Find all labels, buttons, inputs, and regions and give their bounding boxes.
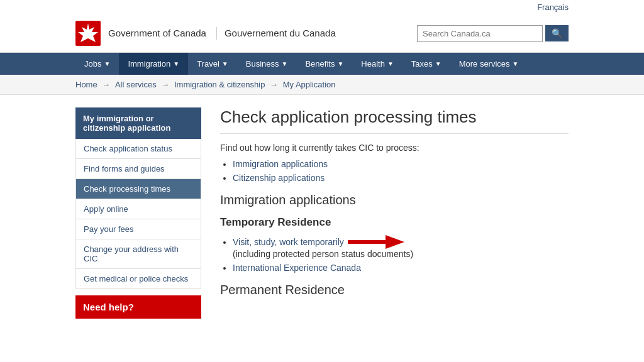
sidebar-link-check-status[interactable]: Check application status (76, 139, 201, 158)
gov-name-en: Government of Canada (108, 27, 206, 40)
annotated-link: Visit, study, work temporarily (233, 235, 404, 249)
breadcrumb-home[interactable]: Home (75, 80, 97, 89)
list-item: International Experience Canada (233, 263, 569, 273)
chevron-down-icon: ▼ (387, 60, 394, 67)
immigration-apps-link[interactable]: Immigration applications (233, 159, 328, 169)
top-bar: Français (0, 0, 644, 14)
sidebar-item-processing[interactable]: Check processing times (75, 179, 201, 199)
nav-item-business[interactable]: Business ▼ (237, 53, 297, 75)
need-help-label: Need help? (83, 302, 134, 312)
sidebar-link-processing[interactable]: Check processing times (76, 179, 201, 199)
list-item: Immigration applications (233, 159, 569, 169)
logo-area: Government of Canada Gouvernement du Can… (75, 21, 336, 46)
section1-title: Immigration applications (220, 193, 569, 207)
sidebar: My immigration or citizenship applicatio… (75, 107, 201, 319)
sidebar-item-medical[interactable]: Get medical or police checks (75, 269, 201, 289)
nav-item-benefits[interactable]: Benefits ▼ (296, 53, 352, 75)
breadcrumb-sep: → (161, 80, 172, 89)
breadcrumb-sep: → (102, 80, 113, 89)
chevron-down-icon: ▼ (104, 60, 110, 67)
sidebar-link-medical[interactable]: Get medical or police checks (76, 269, 201, 288)
sidebar-item-apply[interactable]: Apply online (75, 199, 201, 219)
intro-links-list: Immigration applications Citizenship app… (233, 159, 569, 183)
link-sub-text: (including protected person status docum… (233, 249, 413, 259)
search-input[interactable] (417, 25, 543, 42)
sidebar-link-forms[interactable]: Find forms and guides (76, 159, 201, 178)
svg-rect-2 (348, 240, 386, 244)
sidebar-link-fees[interactable]: Pay your fees (76, 219, 201, 239)
breadcrumb-sep: → (270, 80, 280, 89)
sidebar-link-address[interactable]: Change your address with CIC (76, 239, 201, 268)
sidebar-item-check-status[interactable]: Check application status (75, 139, 201, 159)
sidebar-title: My immigration or citizenship applicatio… (75, 107, 201, 139)
nav-item-jobs[interactable]: Jobs ▼ (75, 53, 119, 75)
chevron-down-icon: ▼ (435, 60, 441, 67)
gov-name-fr: Gouvernement du Canada (214, 27, 336, 40)
sidebar-item-address[interactable]: Change your address with CIC (75, 239, 201, 269)
section1-sub: Temporary Residence (220, 216, 569, 229)
chevron-down-icon: ▼ (282, 60, 288, 67)
section2-title: Permanent Residence (220, 283, 569, 297)
main-nav: Jobs ▼ Immigration ▼ Travel ▼ Business ▼… (0, 53, 644, 75)
search-area: 🔍 (417, 25, 569, 42)
need-help-banner: Need help? (75, 295, 201, 319)
sidebar-link-apply[interactable]: Apply online (76, 199, 201, 219)
french-link[interactable]: Français (537, 3, 569, 12)
chevron-down-icon: ▼ (337, 60, 343, 67)
sidebar-item-fees[interactable]: Pay your fees (75, 219, 201, 239)
page-title: Check application processing times (220, 107, 569, 134)
visit-study-work-link[interactable]: Visit, study, work temporarily (233, 237, 344, 247)
breadcrumb-my-application[interactable]: My Application (283, 80, 336, 89)
maple-leaf-icon (75, 21, 101, 46)
breadcrumb: Home → All services → Immigration & citi… (0, 75, 644, 95)
nav-item-more-services[interactable]: More services ▼ (450, 53, 528, 75)
citizenship-apps-link[interactable]: Citizenship applications (233, 173, 325, 183)
nav-item-health[interactable]: Health ▼ (352, 53, 402, 75)
nav-item-immigration[interactable]: Immigration ▼ (119, 53, 188, 75)
temp-residence-list: Visit, study, work temporarily (includin… (233, 235, 569, 273)
content-wrapper: My immigration or citizenship applicatio… (0, 95, 644, 331)
search-button[interactable]: 🔍 (545, 25, 569, 41)
chevron-down-icon: ▼ (513, 60, 519, 67)
arrow-annotation-icon (348, 235, 404, 249)
main-content: Check application processing times Find … (220, 107, 569, 319)
breadcrumb-immigration[interactable]: Immigration & citizenship (174, 80, 265, 89)
international-experience-link[interactable]: International Experience Canada (233, 263, 361, 273)
list-item: Visit, study, work temporarily (includin… (233, 235, 569, 259)
nav-item-taxes[interactable]: Taxes ▼ (402, 53, 450, 75)
chevron-down-icon: ▼ (222, 60, 228, 67)
svg-marker-3 (386, 235, 404, 249)
list-item: Citizenship applications (233, 173, 569, 183)
header: Government of Canada Gouvernement du Can… (0, 14, 644, 53)
sidebar-item-forms[interactable]: Find forms and guides (75, 159, 201, 179)
chevron-down-icon: ▼ (173, 60, 179, 67)
intro-text: Find out how long it currently takes CIC… (220, 143, 569, 153)
nav-item-travel[interactable]: Travel ▼ (188, 53, 237, 75)
breadcrumb-all-services[interactable]: All services (115, 80, 157, 89)
